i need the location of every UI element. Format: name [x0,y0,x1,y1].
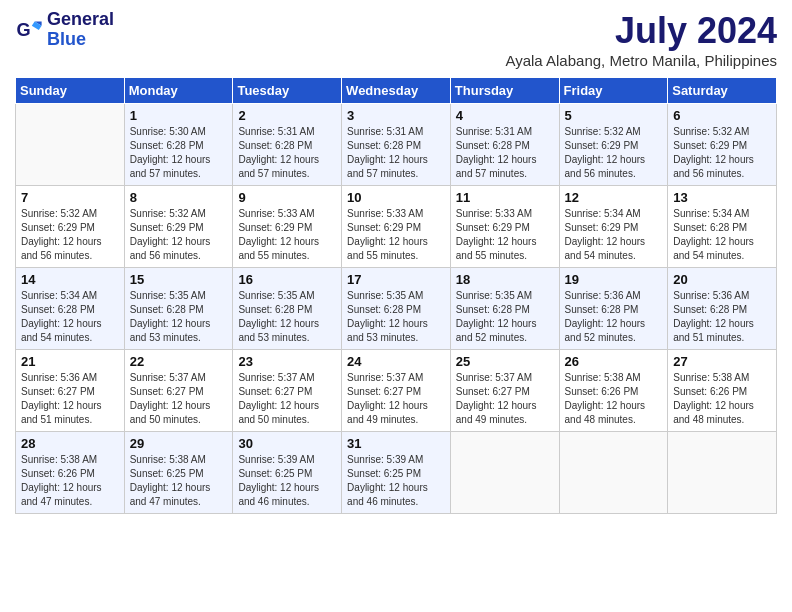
calendar-cell: 11Sunrise: 5:33 AM Sunset: 6:29 PM Dayli… [450,186,559,268]
calendar-cell: 20Sunrise: 5:36 AM Sunset: 6:28 PM Dayli… [668,268,777,350]
day-info: Sunrise: 5:37 AM Sunset: 6:27 PM Dayligh… [347,371,445,427]
day-info: Sunrise: 5:32 AM Sunset: 6:29 PM Dayligh… [565,125,663,181]
day-info: Sunrise: 5:31 AM Sunset: 6:28 PM Dayligh… [238,125,336,181]
day-info: Sunrise: 5:37 AM Sunset: 6:27 PM Dayligh… [130,371,228,427]
day-info: Sunrise: 5:36 AM Sunset: 6:28 PM Dayligh… [565,289,663,345]
day-number: 15 [130,272,228,287]
page-header: G General Blue July 2024 Ayala Alabang, … [15,10,777,69]
day-number: 19 [565,272,663,287]
logo-text: General Blue [47,10,114,50]
day-info: Sunrise: 5:32 AM Sunset: 6:29 PM Dayligh… [21,207,119,263]
day-info: Sunrise: 5:32 AM Sunset: 6:29 PM Dayligh… [673,125,771,181]
day-info: Sunrise: 5:35 AM Sunset: 6:28 PM Dayligh… [130,289,228,345]
calendar-cell: 27Sunrise: 5:38 AM Sunset: 6:26 PM Dayli… [668,350,777,432]
day-info: Sunrise: 5:35 AM Sunset: 6:28 PM Dayligh… [238,289,336,345]
calendar-cell: 16Sunrise: 5:35 AM Sunset: 6:28 PM Dayli… [233,268,342,350]
calendar-cell: 6Sunrise: 5:32 AM Sunset: 6:29 PM Daylig… [668,104,777,186]
calendar-cell: 5Sunrise: 5:32 AM Sunset: 6:29 PM Daylig… [559,104,668,186]
day-info: Sunrise: 5:33 AM Sunset: 6:29 PM Dayligh… [238,207,336,263]
day-number: 25 [456,354,554,369]
day-number: 28 [21,436,119,451]
calendar-cell: 17Sunrise: 5:35 AM Sunset: 6:28 PM Dayli… [342,268,451,350]
day-info: Sunrise: 5:30 AM Sunset: 6:28 PM Dayligh… [130,125,228,181]
day-info: Sunrise: 5:36 AM Sunset: 6:27 PM Dayligh… [21,371,119,427]
day-number: 14 [21,272,119,287]
calendar-cell: 18Sunrise: 5:35 AM Sunset: 6:28 PM Dayli… [450,268,559,350]
day-number: 10 [347,190,445,205]
day-number: 22 [130,354,228,369]
day-info: Sunrise: 5:37 AM Sunset: 6:27 PM Dayligh… [456,371,554,427]
day-info: Sunrise: 5:32 AM Sunset: 6:29 PM Dayligh… [130,207,228,263]
month-title: July 2024 [505,10,777,52]
day-info: Sunrise: 5:33 AM Sunset: 6:29 PM Dayligh… [347,207,445,263]
day-info: Sunrise: 5:38 AM Sunset: 6:26 PM Dayligh… [21,453,119,509]
day-info: Sunrise: 5:38 AM Sunset: 6:26 PM Dayligh… [673,371,771,427]
calendar-cell: 30Sunrise: 5:39 AM Sunset: 6:25 PM Dayli… [233,432,342,514]
weekday-header: Wednesday [342,78,451,104]
day-number: 21 [21,354,119,369]
day-number: 16 [238,272,336,287]
weekday-header: Friday [559,78,668,104]
calendar-cell: 2Sunrise: 5:31 AM Sunset: 6:28 PM Daylig… [233,104,342,186]
calendar-cell: 29Sunrise: 5:38 AM Sunset: 6:25 PM Dayli… [124,432,233,514]
day-number: 12 [565,190,663,205]
day-number: 26 [565,354,663,369]
calendar-cell: 14Sunrise: 5:34 AM Sunset: 6:28 PM Dayli… [16,268,125,350]
day-info: Sunrise: 5:34 AM Sunset: 6:29 PM Dayligh… [565,207,663,263]
weekday-header: Thursday [450,78,559,104]
calendar-cell: 22Sunrise: 5:37 AM Sunset: 6:27 PM Dayli… [124,350,233,432]
day-info: Sunrise: 5:38 AM Sunset: 6:25 PM Dayligh… [130,453,228,509]
calendar-cell: 28Sunrise: 5:38 AM Sunset: 6:26 PM Dayli… [16,432,125,514]
logo-icon: G [15,16,43,44]
calendar-cell [450,432,559,514]
day-number: 2 [238,108,336,123]
calendar-cell [559,432,668,514]
day-number: 24 [347,354,445,369]
calendar-cell [668,432,777,514]
day-info: Sunrise: 5:33 AM Sunset: 6:29 PM Dayligh… [456,207,554,263]
day-number: 13 [673,190,771,205]
calendar-body: 1Sunrise: 5:30 AM Sunset: 6:28 PM Daylig… [16,104,777,514]
day-info: Sunrise: 5:34 AM Sunset: 6:28 PM Dayligh… [21,289,119,345]
calendar-week-row: 1Sunrise: 5:30 AM Sunset: 6:28 PM Daylig… [16,104,777,186]
title-block: July 2024 Ayala Alabang, Metro Manila, P… [505,10,777,69]
day-number: 20 [673,272,771,287]
calendar-cell: 9Sunrise: 5:33 AM Sunset: 6:29 PM Daylig… [233,186,342,268]
calendar-cell: 12Sunrise: 5:34 AM Sunset: 6:29 PM Dayli… [559,186,668,268]
logo-line2: Blue [47,30,114,50]
day-number: 5 [565,108,663,123]
calendar-cell: 25Sunrise: 5:37 AM Sunset: 6:27 PM Dayli… [450,350,559,432]
calendar-cell: 19Sunrise: 5:36 AM Sunset: 6:28 PM Dayli… [559,268,668,350]
weekday-header-row: SundayMondayTuesdayWednesdayThursdayFrid… [16,78,777,104]
day-number: 17 [347,272,445,287]
day-number: 7 [21,190,119,205]
calendar-cell: 21Sunrise: 5:36 AM Sunset: 6:27 PM Dayli… [16,350,125,432]
day-info: Sunrise: 5:37 AM Sunset: 6:27 PM Dayligh… [238,371,336,427]
logo-line1: General [47,10,114,30]
day-number: 27 [673,354,771,369]
day-info: Sunrise: 5:34 AM Sunset: 6:28 PM Dayligh… [673,207,771,263]
day-number: 3 [347,108,445,123]
day-number: 18 [456,272,554,287]
day-number: 11 [456,190,554,205]
day-number: 31 [347,436,445,451]
day-number: 23 [238,354,336,369]
day-info: Sunrise: 5:35 AM Sunset: 6:28 PM Dayligh… [347,289,445,345]
day-info: Sunrise: 5:38 AM Sunset: 6:26 PM Dayligh… [565,371,663,427]
day-number: 8 [130,190,228,205]
calendar-cell: 31Sunrise: 5:39 AM Sunset: 6:25 PM Dayli… [342,432,451,514]
calendar-cell: 10Sunrise: 5:33 AM Sunset: 6:29 PM Dayli… [342,186,451,268]
svg-text:G: G [16,19,30,39]
logo: G General Blue [15,10,114,50]
day-info: Sunrise: 5:39 AM Sunset: 6:25 PM Dayligh… [347,453,445,509]
calendar-cell: 8Sunrise: 5:32 AM Sunset: 6:29 PM Daylig… [124,186,233,268]
day-number: 4 [456,108,554,123]
day-number: 30 [238,436,336,451]
day-info: Sunrise: 5:36 AM Sunset: 6:28 PM Dayligh… [673,289,771,345]
calendar-cell: 23Sunrise: 5:37 AM Sunset: 6:27 PM Dayli… [233,350,342,432]
day-info: Sunrise: 5:35 AM Sunset: 6:28 PM Dayligh… [456,289,554,345]
day-number: 1 [130,108,228,123]
calendar-cell: 1Sunrise: 5:30 AM Sunset: 6:28 PM Daylig… [124,104,233,186]
weekday-header: Tuesday [233,78,342,104]
calendar-week-row: 7Sunrise: 5:32 AM Sunset: 6:29 PM Daylig… [16,186,777,268]
